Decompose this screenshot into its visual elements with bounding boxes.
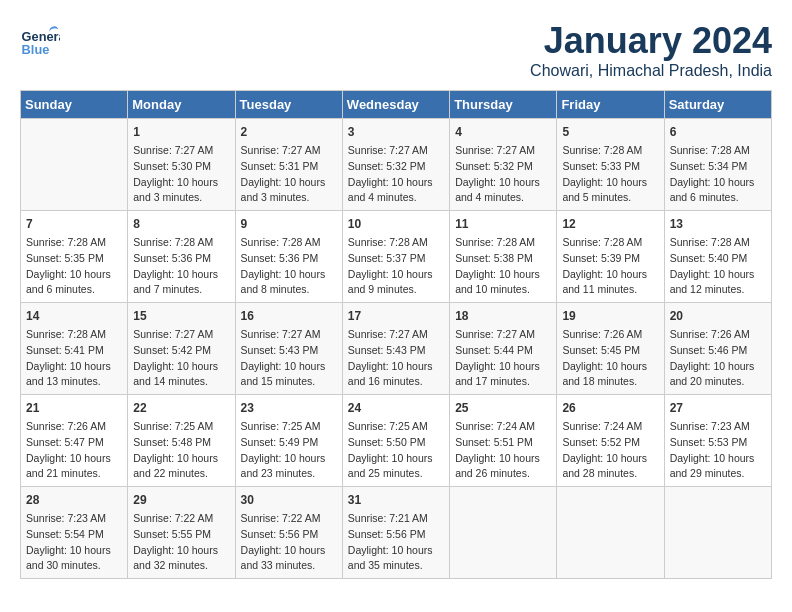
day-info: and 3 minutes.	[241, 190, 337, 206]
day-info: and 7 minutes.	[133, 282, 229, 298]
logo-icon: General Blue	[20, 20, 60, 60]
day-info: Sunrise: 7:25 AM	[241, 419, 337, 435]
day-info: Sunset: 5:42 PM	[133, 343, 229, 359]
calendar-week-4: 21Sunrise: 7:26 AMSunset: 5:47 PMDayligh…	[21, 395, 772, 487]
day-info: Sunrise: 7:28 AM	[670, 143, 766, 159]
day-number: 17	[348, 307, 444, 325]
day-info: and 30 minutes.	[26, 558, 122, 574]
day-info: Daylight: 10 hours	[348, 267, 444, 283]
day-info: Sunset: 5:36 PM	[133, 251, 229, 267]
calendar-cell: 23Sunrise: 7:25 AMSunset: 5:49 PMDayligh…	[235, 395, 342, 487]
day-info: Sunrise: 7:27 AM	[348, 327, 444, 343]
day-number: 12	[562, 215, 658, 233]
day-number: 30	[241, 491, 337, 509]
day-info: Daylight: 10 hours	[241, 267, 337, 283]
day-info: Daylight: 10 hours	[670, 267, 766, 283]
calendar-cell: 10Sunrise: 7:28 AMSunset: 5:37 PMDayligh…	[342, 211, 449, 303]
day-info: Sunrise: 7:28 AM	[455, 235, 551, 251]
day-number: 5	[562, 123, 658, 141]
day-info: Sunset: 5:46 PM	[670, 343, 766, 359]
day-info: and 5 minutes.	[562, 190, 658, 206]
calendar-cell: 2Sunrise: 7:27 AMSunset: 5:31 PMDaylight…	[235, 119, 342, 211]
day-info: and 29 minutes.	[670, 466, 766, 482]
calendar-cell: 25Sunrise: 7:24 AMSunset: 5:51 PMDayligh…	[450, 395, 557, 487]
day-info: Daylight: 10 hours	[670, 451, 766, 467]
day-info: Sunset: 5:43 PM	[241, 343, 337, 359]
day-info: Sunset: 5:56 PM	[241, 527, 337, 543]
day-info: Daylight: 10 hours	[133, 267, 229, 283]
day-info: Sunrise: 7:27 AM	[133, 143, 229, 159]
location: Chowari, Himachal Pradesh, India	[530, 62, 772, 80]
calendar-cell: 12Sunrise: 7:28 AMSunset: 5:39 PMDayligh…	[557, 211, 664, 303]
day-info: Sunrise: 7:28 AM	[562, 143, 658, 159]
calendar-cell: 15Sunrise: 7:27 AMSunset: 5:42 PMDayligh…	[128, 303, 235, 395]
calendar-cell: 13Sunrise: 7:28 AMSunset: 5:40 PMDayligh…	[664, 211, 771, 303]
day-number: 14	[26, 307, 122, 325]
day-info: Sunrise: 7:22 AM	[133, 511, 229, 527]
day-info: Sunrise: 7:28 AM	[241, 235, 337, 251]
calendar-cell: 26Sunrise: 7:24 AMSunset: 5:52 PMDayligh…	[557, 395, 664, 487]
calendar-week-2: 7Sunrise: 7:28 AMSunset: 5:35 PMDaylight…	[21, 211, 772, 303]
day-info: and 21 minutes.	[26, 466, 122, 482]
day-info: Sunrise: 7:27 AM	[241, 143, 337, 159]
day-info: and 23 minutes.	[241, 466, 337, 482]
day-number: 20	[670, 307, 766, 325]
day-info: and 12 minutes.	[670, 282, 766, 298]
day-info: Sunset: 5:39 PM	[562, 251, 658, 267]
calendar-header-row: SundayMondayTuesdayWednesdayThursdayFrid…	[21, 91, 772, 119]
day-info: and 32 minutes.	[133, 558, 229, 574]
day-info: and 25 minutes.	[348, 466, 444, 482]
day-info: Sunset: 5:32 PM	[348, 159, 444, 175]
day-info: Sunrise: 7:26 AM	[670, 327, 766, 343]
day-info: Sunrise: 7:24 AM	[455, 419, 551, 435]
day-info: Daylight: 10 hours	[241, 451, 337, 467]
day-info: Sunset: 5:45 PM	[562, 343, 658, 359]
day-number: 24	[348, 399, 444, 417]
day-number: 8	[133, 215, 229, 233]
day-number: 26	[562, 399, 658, 417]
day-number: 4	[455, 123, 551, 141]
day-info: Daylight: 10 hours	[133, 451, 229, 467]
day-info: Daylight: 10 hours	[348, 175, 444, 191]
day-info: and 17 minutes.	[455, 374, 551, 390]
day-info: Sunrise: 7:28 AM	[26, 235, 122, 251]
day-info: Daylight: 10 hours	[455, 267, 551, 283]
calendar-cell: 30Sunrise: 7:22 AMSunset: 5:56 PMDayligh…	[235, 487, 342, 579]
day-info: Daylight: 10 hours	[348, 451, 444, 467]
day-info: Sunset: 5:47 PM	[26, 435, 122, 451]
calendar-cell: 27Sunrise: 7:23 AMSunset: 5:53 PMDayligh…	[664, 395, 771, 487]
day-info: Sunset: 5:56 PM	[348, 527, 444, 543]
day-info: and 26 minutes.	[455, 466, 551, 482]
calendar-cell: 3Sunrise: 7:27 AMSunset: 5:32 PMDaylight…	[342, 119, 449, 211]
day-info: and 6 minutes.	[26, 282, 122, 298]
day-info: and 22 minutes.	[133, 466, 229, 482]
title-block: January 2024 Chowari, Himachal Pradesh, …	[530, 20, 772, 80]
day-number: 29	[133, 491, 229, 509]
day-info: Sunset: 5:31 PM	[241, 159, 337, 175]
day-number: 7	[26, 215, 122, 233]
day-info: Sunset: 5:30 PM	[133, 159, 229, 175]
day-number: 19	[562, 307, 658, 325]
day-info: Sunset: 5:50 PM	[348, 435, 444, 451]
day-info: Daylight: 10 hours	[241, 359, 337, 375]
day-info: Sunset: 5:52 PM	[562, 435, 658, 451]
day-info: Sunrise: 7:23 AM	[670, 419, 766, 435]
calendar-cell: 4Sunrise: 7:27 AMSunset: 5:32 PMDaylight…	[450, 119, 557, 211]
day-info: Daylight: 10 hours	[133, 175, 229, 191]
day-number: 11	[455, 215, 551, 233]
day-info: Daylight: 10 hours	[241, 175, 337, 191]
day-info: Sunrise: 7:25 AM	[133, 419, 229, 435]
calendar-cell: 5Sunrise: 7:28 AMSunset: 5:33 PMDaylight…	[557, 119, 664, 211]
calendar-cell: 28Sunrise: 7:23 AMSunset: 5:54 PMDayligh…	[21, 487, 128, 579]
calendar-cell: 1Sunrise: 7:27 AMSunset: 5:30 PMDaylight…	[128, 119, 235, 211]
day-number: 3	[348, 123, 444, 141]
day-info: Daylight: 10 hours	[133, 543, 229, 559]
day-info: Daylight: 10 hours	[670, 359, 766, 375]
day-info: Sunrise: 7:28 AM	[562, 235, 658, 251]
calendar-cell: 22Sunrise: 7:25 AMSunset: 5:48 PMDayligh…	[128, 395, 235, 487]
day-info: Daylight: 10 hours	[455, 359, 551, 375]
day-info: Sunrise: 7:26 AM	[562, 327, 658, 343]
day-number: 9	[241, 215, 337, 233]
day-info: Sunset: 5:53 PM	[670, 435, 766, 451]
day-info: Daylight: 10 hours	[670, 175, 766, 191]
